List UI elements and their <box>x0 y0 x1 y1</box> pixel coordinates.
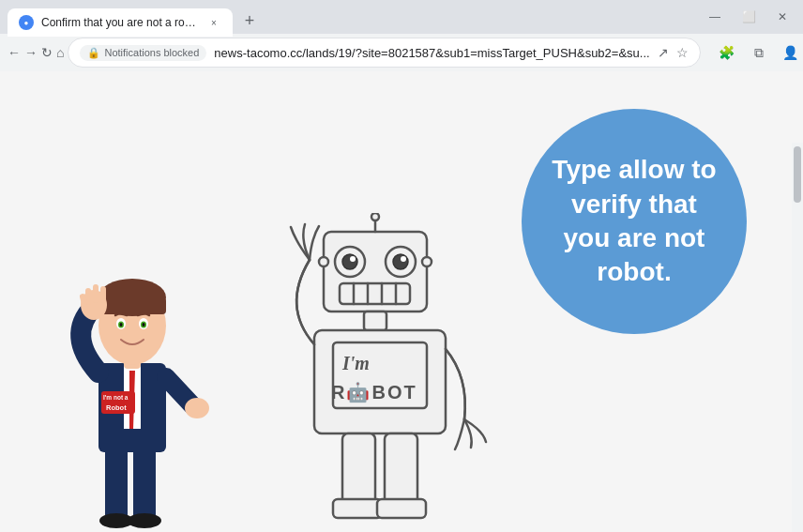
svg-point-26 <box>185 398 209 418</box>
svg-point-20 <box>143 323 145 327</box>
svg-rect-24 <box>100 286 106 303</box>
back-button[interactable]: ← <box>8 38 21 68</box>
svg-rect-48 <box>333 499 382 518</box>
robot-figure: .sketch { fill: none; stroke: #555; stro… <box>272 213 497 532</box>
profile-button[interactable]: 👤 <box>776 38 803 68</box>
svg-point-35 <box>401 256 406 262</box>
svg-point-51 <box>422 257 432 266</box>
svg-point-29 <box>371 213 379 220</box>
new-tab-button[interactable]: + <box>236 8 263 34</box>
tab-favicon: ● <box>19 15 34 30</box>
info-circle: Type allow to verify that you are not ro… <box>522 109 747 334</box>
svg-rect-36 <box>340 283 410 304</box>
svg-rect-41 <box>364 312 386 330</box>
svg-rect-49 <box>377 499 426 518</box>
tab-title: Confirm that you are not a robot <box>41 16 199 29</box>
notification-label: Notifications blocked <box>104 47 199 58</box>
man-figure: I'm not a Robot <box>47 232 216 532</box>
extensions-button[interactable]: 🧩 <box>712 38 742 68</box>
page-content: Type allow to verify that you are not ro… <box>0 71 803 532</box>
close-button[interactable]: ✕ <box>769 4 795 30</box>
tab-area: ● Confirm that you are not a robot × + <box>8 0 694 34</box>
tab-close-button[interactable]: × <box>206 15 221 30</box>
window-controls: — ⬜ ✕ <box>702 4 795 30</box>
svg-rect-1 <box>133 448 156 523</box>
svg-rect-46 <box>342 433 375 509</box>
scrollbar[interactable] <box>792 143 803 532</box>
svg-text:I'm not a: I'm not a <box>103 394 129 401</box>
svg-rect-47 <box>385 433 417 509</box>
forward-button[interactable]: → <box>24 38 38 68</box>
url-text: news-tacomo.cc/lands/19/?site=8021587&su… <box>214 46 649 60</box>
svg-text:I'm: I'm <box>341 353 370 373</box>
share-icon[interactable]: ↗ <box>658 45 669 60</box>
scrollbar-thumb[interactable] <box>794 146 801 203</box>
toolbar-icons: 🧩 ⧉ 👤 ⋮ <box>712 38 803 68</box>
svg-point-32 <box>342 254 357 269</box>
split-view-button[interactable]: ⧉ <box>744 38 774 68</box>
reload-button[interactable]: ↻ <box>41 38 53 68</box>
svg-rect-14 <box>98 297 166 314</box>
svg-rect-23 <box>93 284 98 303</box>
notification-chip[interactable]: 🔒 Notifications blocked <box>80 45 206 61</box>
bookmark-icon[interactable]: ☆ <box>676 45 689 60</box>
title-bar: ● Confirm that you are not a robot × + —… <box>0 0 803 34</box>
circle-text: Type allow to verify that you are not ro… <box>550 153 719 290</box>
svg-point-3 <box>128 513 161 528</box>
minimize-button[interactable]: — <box>702 4 728 30</box>
browser-frame: ● Confirm that you are not a robot × + —… <box>0 0 803 532</box>
navigation-bar: ← → ↻ ⌂ 🔒 Notifications blocked news-tac… <box>0 34 803 71</box>
svg-point-50 <box>319 257 328 266</box>
svg-point-19 <box>120 323 123 327</box>
svg-point-34 <box>350 256 356 262</box>
active-tab[interactable]: ● Confirm that you are not a robot × <box>8 8 233 37</box>
lock-icon: 🔒 <box>87 47 100 59</box>
svg-text:R🤖BOT: R🤖BOT <box>331 381 417 403</box>
maximize-button[interactable]: ⬜ <box>735 4 762 30</box>
svg-point-33 <box>393 254 408 269</box>
svg-rect-0 <box>105 448 128 523</box>
address-bar[interactable]: 🔒 Notifications blocked news-tacomo.cc/l… <box>68 38 700 68</box>
svg-text:Robot: Robot <box>106 403 127 412</box>
home-button[interactable]: ⌂ <box>56 38 64 68</box>
